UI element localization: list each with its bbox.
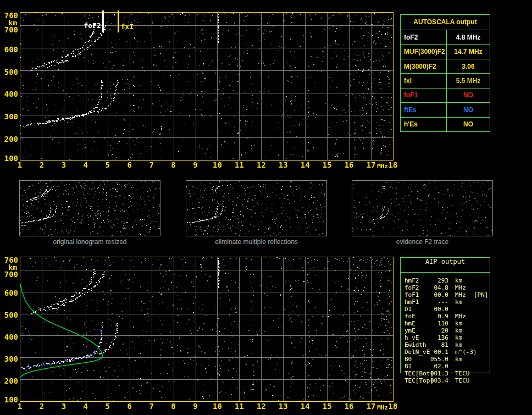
thumbnail-eliminate-reflections: [186, 180, 327, 236]
aip-label: B0: [404, 356, 412, 363]
aip-note: [PN]: [474, 291, 489, 298]
table-row-m3000f2: M(3000)F2 3.06: [401, 59, 490, 74]
table-row-tectop: TEC[Top]003.4TECU: [400, 377, 494, 384]
table-row-b1: B102.0: [400, 363, 494, 370]
table-row-tecbot: TEC[Bot]001.3TECU: [400, 370, 494, 377]
aip-unit: MHz: [455, 291, 466, 298]
aip-label: h_vE: [404, 334, 419, 341]
thumbnail-original-ionogram: [19, 180, 160, 236]
thumbnail-caption-eliminate: eliminate multiple reflections: [186, 238, 327, 246]
aip-value: 136: [422, 334, 448, 341]
table-row-hmf2: hmF2293km: [400, 277, 494, 284]
thumbnail-evidence-f2-trace: [352, 180, 493, 236]
table-row-hve: h_vE136km: [400, 334, 494, 341]
table-row-ftes: ftEs NO: [401, 103, 490, 117]
aip-value: 81: [422, 341, 448, 348]
fof2-value: 4.8 MHz: [447, 30, 490, 44]
aip-value: 055.0: [422, 356, 448, 363]
table-row-fof1: foF1 NO: [401, 88, 490, 103]
table-row-ewidth: Ewidth81km: [400, 341, 494, 348]
table-row-d1: D100.0: [400, 306, 494, 313]
aip-label: hmF1: [404, 298, 419, 306]
muf3000f2-value: 14.7 MHz: [447, 45, 490, 58]
aip-unit: km: [455, 341, 462, 348]
fxi-label: fxI: [401, 74, 447, 87]
aip-unit: km: [455, 334, 462, 341]
thumbnail-caption-original: original ionogram resized: [19, 238, 160, 246]
aip-table-header: AIP output: [401, 258, 490, 273]
aip-label: hmE: [404, 320, 415, 327]
aip-label: foF1: [404, 291, 419, 298]
table-row-fof1-aip: foF100.0MHz[PN]: [400, 291, 494, 298]
aip-unit: km: [455, 356, 462, 363]
aip-unit: m^(-3): [455, 348, 477, 356]
aip-value: 00.0: [422, 291, 448, 298]
aip-value: 04.8: [422, 284, 448, 291]
aip-value: ---: [422, 298, 448, 306]
muf3000f2-label: MUF(3000)F2: [401, 45, 447, 58]
aip-unit: TECU: [455, 377, 470, 384]
table-row-hme: hmE110km: [400, 320, 494, 327]
aip-unit: km: [455, 320, 462, 327]
aip-unit: km: [455, 327, 462, 334]
aip-value: 293: [422, 277, 448, 284]
aip-label: foF2: [404, 284, 419, 291]
ftes-value: NO: [447, 103, 490, 117]
bottom-ionogram-chart: [0, 250, 407, 415]
table-row-b0: B0055.0km: [400, 356, 494, 363]
table-row-foe: foE0.9MHz: [400, 313, 494, 320]
aip-value: 00.1: [422, 348, 448, 356]
aip-value: 110: [422, 320, 448, 327]
aip-unit: km: [455, 298, 462, 306]
autoscala-screen: Rome (lat: +41.8, lon: 012.5) - DATE: 20…: [0, 0, 532, 415]
autoscala-table-header: AUTOSCALA output: [401, 15, 490, 30]
aip-label: hmF2: [404, 277, 419, 284]
m3000f2-label: M(3000)F2: [401, 59, 447, 73]
m3000f2-value: 3.06: [447, 59, 490, 73]
thumbnail-caption-evidence: evidence F2 trace: [352, 238, 493, 246]
aip-value: 001.3: [422, 370, 448, 377]
aip-value: 0.9: [422, 313, 448, 320]
aip-value: 20: [422, 327, 448, 334]
hes-label: h'Es: [401, 118, 447, 131]
aip-label: B1: [404, 363, 412, 370]
aip-unit: MHz: [455, 313, 466, 320]
fof1-value: NO: [447, 88, 490, 102]
aip-unit: km: [455, 277, 462, 284]
aip-value: 00.0: [422, 306, 448, 313]
table-row-fof2-aip: foF204.8MHz: [400, 284, 494, 291]
table-row-fxi: fxI 5.5 MHz: [401, 74, 490, 88]
hes-value: NO: [447, 118, 490, 131]
aip-label: ymE: [404, 327, 415, 334]
aip-label: D1: [404, 306, 412, 313]
fxi-value: 5.5 MHz: [447, 74, 490, 87]
aip-output-rows: hmF2293km foF204.8MHz foF100.0MHz[PN] hm…: [400, 277, 494, 384]
ftes-label: ftEs: [401, 103, 447, 117]
table-row-fof2: foF2 4.8 MHz: [401, 30, 490, 45]
aip-value: 02.0: [422, 363, 448, 370]
fof1-label: foF1: [401, 88, 447, 102]
aip-label: foE: [404, 313, 415, 320]
autoscala-output-table: AUTOSCALA output foF2 4.8 MHz MUF(3000)F…: [400, 14, 490, 132]
table-row-hes: h'Es NO: [401, 118, 490, 131]
table-row-yme: ymE20km: [400, 327, 494, 334]
table-row-muf3000f2: MUF(3000)F2 14.7 MHz: [401, 45, 490, 59]
table-row-hmf1: hmF1---km: [400, 298, 494, 306]
aip-value: 003.4: [422, 377, 448, 384]
top-ionogram-chart: [0, 0, 407, 174]
aip-unit: MHz: [455, 284, 466, 291]
table-row-delnve: DelN_vE00.1m^(-3): [400, 348, 494, 356]
aip-unit: TECU: [455, 370, 470, 377]
fof2-label: foF2: [401, 30, 447, 44]
